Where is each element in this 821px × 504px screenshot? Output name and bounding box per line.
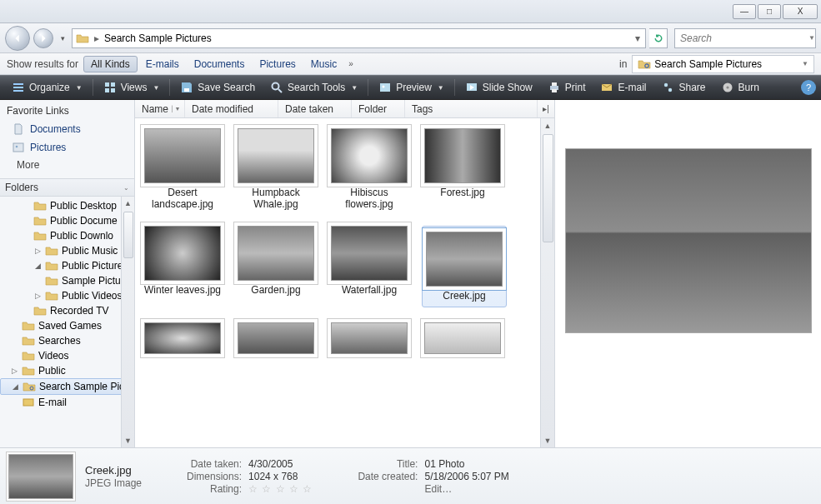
burn-button[interactable]: Burn	[714, 77, 766, 97]
preview-button[interactable]: Preview▼	[372, 77, 451, 97]
tree-node-public-documents[interactable]: Public Docume	[0, 213, 134, 228]
svg-rect-24	[13, 143, 23, 152]
value-title[interactable]: 01 Photo	[424, 458, 508, 470]
column-name[interactable]: Name│▼	[135, 100, 185, 117]
file-item-partial-2[interactable]	[235, 322, 317, 354]
scroll-thumb[interactable]	[123, 212, 133, 258]
slideshow-button[interactable]: Slide Show	[458, 77, 539, 97]
column-folder[interactable]: Folder	[352, 100, 405, 117]
column-tags[interactable]: Tags	[405, 100, 538, 117]
favorite-more[interactable]: More	[0, 157, 134, 173]
filter-more-icon[interactable]: »	[345, 59, 357, 68]
expand-icon[interactable]: ▷	[33, 247, 42, 255]
file-item-hibiscus[interactable]: Hibiscus flowers.jpg	[328, 128, 410, 211]
file-item-garden[interactable]: Garden.jpg	[235, 226, 317, 307]
close-button[interactable]: X	[783, 4, 818, 19]
window-titlebar: — □ X	[0, 0, 821, 23]
help-button[interactable]: ?	[801, 80, 816, 95]
sort-dropdown-icon[interactable]: │▼	[171, 106, 180, 112]
edit-link[interactable]: Edit…	[424, 483, 508, 495]
scroll-down-icon[interactable]: ▼	[122, 434, 134, 447]
tree-node-public-music[interactable]: ▷Public Music	[0, 243, 134, 258]
svg-rect-9	[111, 88, 115, 92]
filter-tab-documents[interactable]: Documents	[188, 57, 252, 72]
file-item-forest[interactable]: Forest.jpg	[422, 128, 503, 211]
tree-node-email[interactable]: E-mail	[0, 395, 134, 410]
thumbnail	[331, 322, 408, 354]
scroll-up-icon[interactable]: ▲	[122, 197, 134, 210]
back-button[interactable]	[5, 26, 30, 51]
file-caption: Garden.jpg	[251, 284, 300, 296]
svg-rect-5	[13, 90, 23, 92]
file-item-humpback[interactable]: Humpback Whale.jpg	[235, 128, 317, 211]
columns-more-icon[interactable]: ▸|	[538, 104, 554, 113]
expand-icon[interactable]: ▷	[33, 292, 42, 300]
file-item-creek[interactable]: Creek.jpg	[422, 226, 507, 307]
tree-node-searches[interactable]: Searches	[0, 333, 134, 348]
refresh-button[interactable]	[649, 28, 668, 48]
tree-node-public[interactable]: ▷Public	[0, 363, 134, 378]
tree-node-saved-games[interactable]: Saved Games	[0, 318, 134, 333]
value-date-taken[interactable]: 4/30/2005	[248, 458, 313, 470]
favorite-documents[interactable]: Documents	[0, 120, 134, 138]
minimize-button[interactable]: —	[733, 4, 756, 19]
filter-tab-pictures[interactable]: Pictures	[253, 57, 302, 72]
nav-history-dropdown[interactable]: ▾	[57, 27, 68, 50]
nav-bar: ▾ ▸ Search Sample Pictures ▾ ▼	[0, 23, 821, 53]
filter-tab-music[interactable]: Music	[304, 57, 343, 72]
scroll-down-icon[interactable]: ▼	[541, 433, 554, 447]
search-dropdown-icon[interactable]: ▼	[808, 34, 815, 42]
tree-node-public-pictures[interactable]: ◢Public Pictures	[0, 258, 134, 273]
scroll-up-icon[interactable]: ▲	[541, 118, 554, 132]
address-bar[interactable]: ▸ Search Sample Pictures ▾	[72, 28, 646, 48]
value-rating[interactable]: ☆ ☆ ☆ ☆ ☆	[248, 483, 313, 495]
tree-node-videos[interactable]: Videos	[0, 348, 134, 363]
column-date-modified[interactable]: Date modified	[185, 100, 278, 117]
file-item-partial-1[interactable]	[142, 322, 223, 354]
content-scrollbar[interactable]: ▲▼	[540, 118, 554, 447]
organize-button[interactable]: Organize▼	[5, 77, 89, 97]
address-dropdown-icon[interactable]: ▾	[633, 32, 642, 44]
file-item-partial-3[interactable]	[328, 322, 410, 354]
tree-node-public-downloads[interactable]: Public Downlo	[0, 228, 134, 243]
favorite-pictures[interactable]: Pictures	[0, 138, 134, 157]
email-button[interactable]: E-mail	[593, 77, 653, 97]
svg-point-14	[383, 86, 385, 88]
file-item-waterfall[interactable]: Waterfall.jpg	[328, 226, 410, 307]
tree-node-recorded-tv[interactable]: Recorded TV	[0, 303, 134, 318]
file-item-desert[interactable]: Desert landscape.jpg	[142, 128, 223, 211]
column-headers: Name│▼ Date modified Date taken Folder T…	[135, 100, 554, 118]
filter-tab-allkinds[interactable]: All Kinds	[83, 56, 138, 72]
svg-point-11	[273, 83, 279, 90]
views-button[interactable]: Views▼	[97, 77, 167, 97]
column-date-taken[interactable]: Date taken	[278, 100, 352, 117]
filter-location-picker[interactable]: Search Sample Pictures ▼	[632, 55, 814, 73]
tree-scrollbar[interactable]: ▲▼	[121, 197, 134, 447]
file-item-partial-4[interactable]	[422, 322, 503, 354]
scroll-thumb[interactable]	[543, 134, 553, 242]
folder-icon	[33, 229, 47, 242]
thumbnail	[144, 128, 221, 183]
filter-in-label: in	[619, 58, 627, 70]
tree-node-search-sample-pictures[interactable]: ◢Search Sample Pict	[0, 378, 134, 395]
svg-rect-27	[23, 399, 33, 406]
tree-node-public-desktop[interactable]: Public Desktop	[0, 198, 134, 213]
print-button[interactable]: Print	[541, 77, 593, 97]
filter-tab-emails[interactable]: E-mails	[139, 57, 186, 72]
collapse-icon[interactable]: ◢	[33, 262, 42, 270]
search-input[interactable]	[680, 32, 806, 44]
expand-icon[interactable]: ▷	[10, 367, 18, 375]
collapse-icon[interactable]: ◢	[11, 382, 19, 391]
forward-button[interactable]	[33, 28, 53, 48]
refresh-icon	[653, 33, 663, 43]
share-button[interactable]: Share	[655, 77, 713, 97]
tree-node-public-videos[interactable]: ▷Public Videos	[0, 288, 134, 303]
tree-node-sample-pictures[interactable]: Sample Pictu	[0, 273, 134, 288]
svg-rect-4	[13, 87, 23, 88]
maximize-button[interactable]: □	[758, 4, 781, 19]
folders-header[interactable]: Folders⌄	[0, 178, 134, 197]
save-search-button[interactable]: Save Search	[173, 77, 262, 97]
search-tools-button[interactable]: Search Tools▼	[263, 77, 364, 97]
search-box[interactable]: ▼	[674, 28, 816, 48]
file-item-winter[interactable]: Winter leaves.jpg	[142, 226, 223, 307]
